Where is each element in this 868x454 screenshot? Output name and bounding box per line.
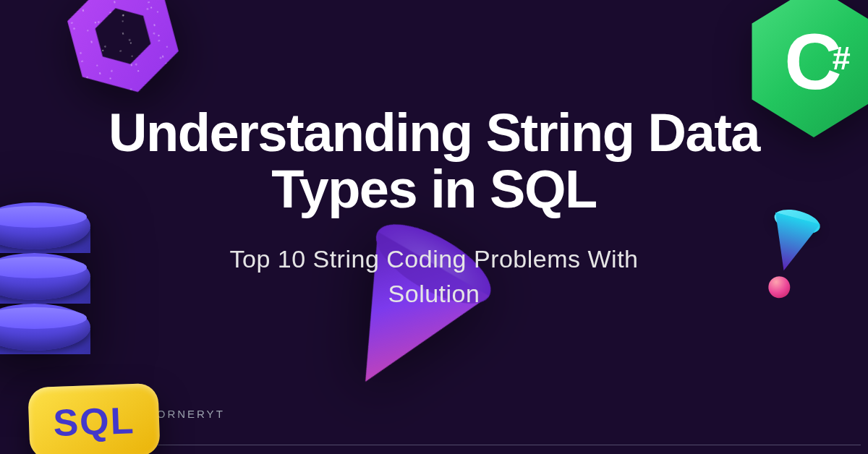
funnel-decoration [749,204,827,303]
subtitle: Top 10 String Coding Problems With Solut… [203,242,665,311]
main-title: Understanding String Data Types in SQL [72,105,796,217]
csharp-c-letter: C [784,22,838,101]
sql-badge-label: SQL [53,398,136,445]
database-stack-icon [0,202,123,354]
sql-badge-icon: SQL [27,383,160,454]
footer-divider [51,445,861,446]
csharp-hash-symbol: # [833,42,851,74]
cone-decoration [294,201,516,424]
hexagon-decoration [52,0,194,107]
